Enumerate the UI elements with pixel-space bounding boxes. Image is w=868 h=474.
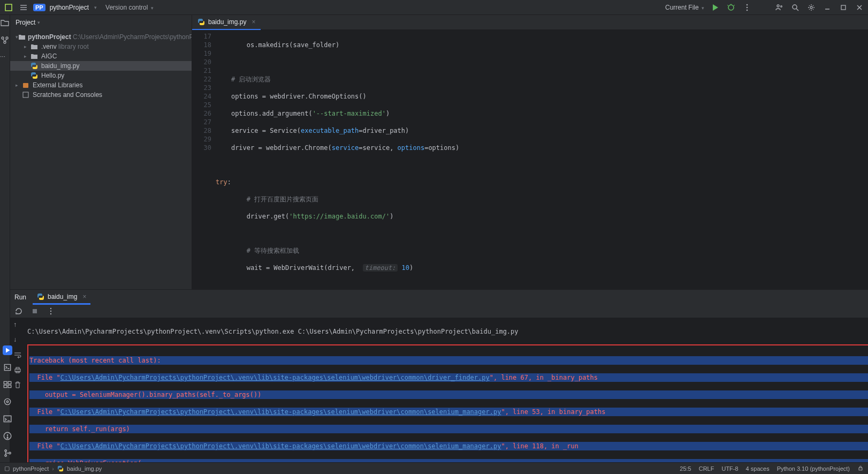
editor-tab-baidu[interactable]: baidu_img.py × [192,15,261,30]
close-icon[interactable] [854,2,865,13]
status-interpreter[interactable]: Python 3.10 (pythonProject) [777,465,850,472]
project-badge: PP [33,4,45,11]
svg-rect-42 [8,381,11,384]
svg-point-5 [728,5,734,10]
python-console-icon[interactable] [3,363,12,372]
structure-tool-icon[interactable] [0,35,10,45]
svg-point-46 [6,401,8,402]
tree-venv[interactable]: ▸ .venv library root [10,42,192,51]
project-panel-header[interactable]: Project▾ [10,15,192,30]
editor-area: baidu_img.py × ▲ 2 ˄ ˅ [192,15,868,289]
project-tool-icon[interactable] [0,18,10,28]
svg-point-16 [810,6,812,9]
debug-button[interactable] [726,2,736,13]
run-toolbar-top [10,305,868,318]
tree-venv-label: .venv [41,43,57,50]
tree-scratches[interactable]: Scratches and Consoles [10,90,192,100]
status-encoding[interactable]: UTF-8 [721,465,738,472]
tree-file-hello-label: Hello.py [41,72,64,79]
svg-line-7 [727,5,728,6]
toolbar-more-icon[interactable] [45,306,56,317]
chevron-down-icon: ▾ [94,5,97,10]
svg-rect-25 [23,92,28,97]
maximize-icon[interactable] [838,2,849,13]
tree-root-path: C:\Users\Admin\PycharmProjects\pythonPro… [73,33,192,41]
svg-line-15 [796,9,798,11]
svg-rect-54 [859,468,862,470]
breadcrumb[interactable]: ▢ pythonProject › baidu_img.py [4,465,102,472]
svg-point-22 [6,37,8,39]
run-button[interactable] [710,2,720,13]
bottom-left-rail [0,345,15,462]
titlebar: PP pythonProject▾ Version control ▾ Curr… [0,0,868,15]
services-icon[interactable] [3,380,12,389]
tree-file-baidu[interactable]: baidu_img.py [10,61,192,71]
svg-point-9 [747,4,748,5]
tree-file-baidu-label: baidu_img.py [41,62,79,70]
minimize-icon[interactable] [822,2,833,13]
tree-ext-libs-label: External Libraries [33,81,82,89]
search-icon[interactable] [790,2,801,13]
console-output[interactable]: C:\Users\Admin\PycharmProjects\pythonPro… [25,318,868,474]
more-actions-icon[interactable] [742,2,752,13]
status-indent[interactable]: 4 spaces [746,465,770,472]
close-run-tab-icon[interactable]: × [82,293,86,300]
svg-point-45 [4,398,10,404]
svg-point-13 [781,5,782,7]
code-view[interactable]: os.makedirs(save_folder) # 启动浏览器 options… [216,30,868,289]
console-cmd-line: C:\Users\Admin\PycharmProjects\pythonPro… [27,327,868,336]
svg-rect-41 [4,381,7,384]
project-tree[interactable]: ▾ pythonProject C:\Users\Admin\PycharmPr… [10,30,192,289]
svg-rect-37 [16,367,19,369]
version-control-menu[interactable]: Version control ▾ [105,4,154,11]
main-menu-icon[interactable] [18,2,29,13]
line-gutter: 1718192021222324252627282930 [192,30,216,289]
status-caret-pos[interactable]: 25:5 [680,465,691,472]
svg-point-21 [2,37,4,39]
tree-root-label: pythonProject [28,33,71,41]
terminal-icon[interactable] [3,414,12,424]
scroll-down-icon[interactable]: ↓ [13,336,22,344]
svg-point-33 [50,307,51,309]
status-eol[interactable]: CRLF [699,465,714,472]
svg-point-34 [50,310,51,311]
crumb-project: pythonProject [13,465,49,472]
svg-point-10 [747,6,748,8]
run-tab-file-label: baidu_img [48,293,77,300]
run-tool-icon[interactable] [3,345,12,355]
code-with-me-icon[interactable] [774,2,785,13]
svg-point-14 [793,5,797,9]
run-config-selector[interactable]: Current File ▾ [665,4,704,11]
svg-rect-32 [33,309,37,313]
run-panel: Run baidu_img × — ↑ ↓ [10,289,868,474]
problems-icon[interactable] [3,431,12,441]
svg-point-52 [5,455,6,456]
rerun-icon[interactable] [13,306,24,317]
status-lock-icon[interactable] [857,465,864,472]
svg-point-51 [5,450,6,452]
editor-tab-label: baidu_img.py [208,18,246,26]
tree-file-hello[interactable]: Hello.py [10,71,192,80]
settings-icon[interactable] [806,2,817,13]
more-tools-icon[interactable]: ··· [0,52,10,62]
run-tab-file[interactable]: baidu_img × [33,290,90,305]
project-panel: Project▾ ▾ pythonProject C:\Users\Admin\… [10,15,192,289]
scroll-up-icon[interactable]: ↑ [13,321,22,329]
svg-rect-43 [4,385,7,388]
svg-rect-44 [8,385,11,388]
project-name[interactable]: pythonProject [50,4,89,11]
svg-line-8 [734,5,735,6]
tree-ext-libs[interactable]: ▸ External Libraries [10,80,192,90]
close-tab-icon[interactable]: × [252,18,255,26]
svg-point-35 [50,313,51,314]
nav-chevron-icon: ▢ [4,465,10,472]
app-icon [3,2,14,13]
svg-marker-40 [6,348,10,353]
stop-icon[interactable] [29,306,40,317]
statusbar: ▢ pythonProject › baidu_img.py 25:5 CRLF… [0,462,868,474]
tree-scratches-label: Scratches and Consoles [33,91,102,99]
tree-root[interactable]: ▾ pythonProject C:\Users\Admin\PycharmPr… [10,32,192,42]
tree-aigc[interactable]: ▸ AIGC [10,51,192,61]
vcs-icon[interactable] [3,448,12,458]
python-packages-icon[interactable] [3,397,12,407]
